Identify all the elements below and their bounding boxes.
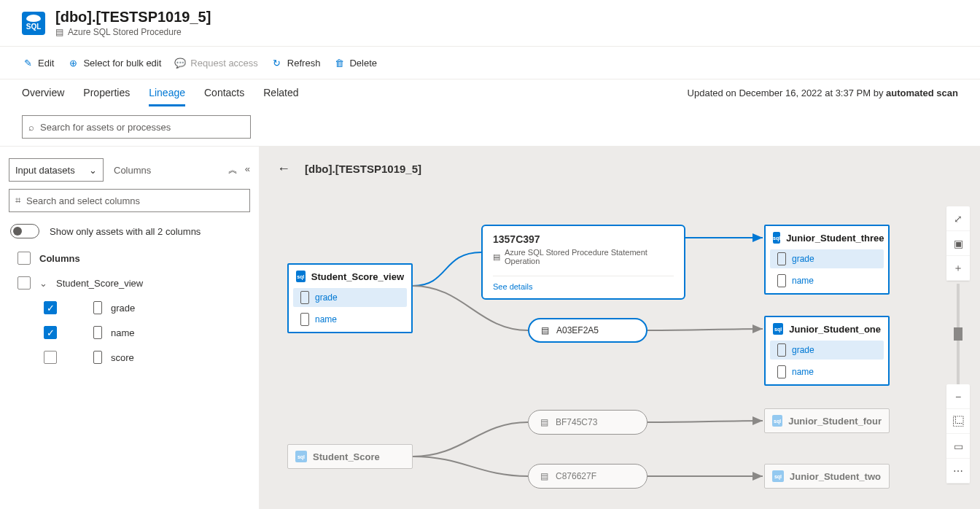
zoom-slider[interactable] (957, 284, 960, 393)
view-controls: ⤢ ▣ ＋ (946, 206, 970, 281)
stored-proc-icon: ▤ (55, 27, 63, 37)
tree-col-score[interactable]: score (111, 352, 134, 363)
checkbox-columns[interactable] (18, 252, 31, 265)
column-icon (777, 274, 786, 287)
node-bf745c73[interactable]: ▤ BF745C73 (528, 410, 648, 435)
tree-col-grade[interactable]: grade (111, 303, 135, 314)
attr-grade[interactable]: grade (770, 341, 884, 360)
column-icon (300, 313, 309, 326)
column-icon (93, 351, 102, 364)
attr-name[interactable]: name (770, 362, 884, 381)
command-toolbar: ✎ Edit ⊕ Select for bulk edit 💬 Request … (0, 47, 980, 79)
sidebar: Input datasets ⌄ Columns ︽ « ⌗ Search an… (0, 147, 260, 509)
trash-icon: 🗑 (333, 57, 345, 69)
op-title: 1357C397 (493, 233, 674, 245)
more-icon[interactable]: ⋯ (946, 459, 970, 483)
sql-icon: SQL (22, 12, 45, 35)
page-header: SQL [dbo].[TESTSP1019_5] ▤ Azure SQL Sto… (0, 0, 980, 46)
lineage-canvas[interactable]: ← [dbo].[TESTSP1019_5] (260, 147, 980, 509)
delete-button[interactable]: 🗑 Delete (333, 57, 377, 69)
node-c876627f[interactable]: ▤ C876627F (528, 464, 648, 489)
collapse-icon[interactable]: ︽ (228, 163, 238, 176)
attr-grade[interactable]: grade (293, 288, 407, 307)
tab-properties[interactable]: Properties (83, 79, 130, 106)
edit-button[interactable]: ✎ Edit (22, 57, 54, 69)
node-student-score[interactable]: sql Student_Score (287, 444, 413, 469)
collapse-panel-icon[interactable]: « (245, 163, 250, 176)
view-controls-lower: − ⿺ ▭ ⋯ (946, 384, 970, 483)
tab-bar: Overview Properties Lineage Contacts Rel… (0, 79, 980, 106)
minimap-icon[interactable]: ▭ (946, 434, 970, 459)
attr-name[interactable]: name (770, 271, 884, 290)
canvas-title: [dbo].[TESTSP1019_5] (305, 163, 421, 175)
sql-mini-icon: sql (772, 470, 784, 482)
tab-contacts[interactable]: Contacts (204, 79, 244, 106)
column-filter-input[interactable]: ⌗ Search and select columns (9, 189, 250, 212)
filter-icon: ⌗ (15, 195, 20, 206)
node-junior-three[interactable]: sql Junior_Student_three grade name (764, 225, 890, 295)
fit-icon[interactable]: ▣ (946, 231, 970, 256)
search-icon: ⌕ (28, 122, 34, 133)
column-icon (777, 365, 786, 378)
plus-circle-icon: ⊕ (67, 57, 79, 69)
tree-dataset[interactable]: Student_Score_view (56, 278, 143, 289)
page-subtitle: ▤ Azure SQL Stored Procedure (55, 27, 211, 37)
back-arrow-icon[interactable]: ← (277, 161, 290, 176)
refresh-icon: ↻ (271, 57, 283, 69)
tab-related[interactable]: Related (263, 79, 298, 106)
see-details-link[interactable]: See details (493, 276, 674, 291)
sql-mini-icon: sql (773, 323, 783, 335)
request-access-button: 💬 Request access (174, 57, 258, 69)
updated-label: Updated on December 16, 2022 at 3:37 PM … (688, 88, 958, 98)
op-subtitle: ▤ Azure SQL Stored Procedure Statement O… (493, 248, 674, 265)
node-a03ef2a5[interactable]: ▤ A03EF2A5 (528, 318, 648, 343)
checkbox-score[interactable] (44, 351, 57, 364)
node-operation[interactable]: 1357C397 ▤ Azure SQL Stored Procedure St… (481, 225, 685, 300)
attr-grade[interactable]: grade (770, 249, 884, 268)
column-icon (777, 343, 786, 357)
input-datasets-dropdown[interactable]: Input datasets ⌄ (9, 158, 104, 182)
toggle-label: Show only assets with all 2 columns (50, 226, 201, 237)
chevron-down-icon[interactable]: ⌄ (39, 278, 47, 289)
zoom-slider-thumb[interactable] (954, 327, 962, 341)
node-student-score-view[interactable]: sql Student_Score_view grade name (287, 263, 413, 333)
zoom-in-icon[interactable]: ＋ (946, 256, 970, 281)
checkbox-grade[interactable]: ✓ (44, 301, 57, 314)
page-title: [dbo].[TESTSP1019_5] (55, 9, 211, 26)
stored-proc-icon: ▤ (541, 325, 549, 335)
tree-header: Columns (39, 253, 80, 264)
attr-name[interactable]: name (293, 310, 407, 329)
node-junior-one[interactable]: sql Junior_Student_one grade name (764, 316, 890, 386)
sql-mini-icon: sql (296, 271, 306, 282)
node-junior-four[interactable]: sql Junior_Student_four (764, 408, 890, 433)
checkbox-name[interactable]: ✓ (44, 326, 57, 339)
fullscreen-icon[interactable]: ⤢ (946, 206, 970, 231)
column-tree: Columns ⌄ Student_Score_view ✓ grade ✓ n… (9, 246, 250, 370)
column-icon (300, 291, 309, 304)
tab-overview[interactable]: Overview (22, 79, 64, 106)
checkbox-dataset[interactable] (18, 276, 31, 290)
chat-icon: 💬 (174, 57, 186, 69)
column-icon (93, 326, 102, 339)
pencil-icon: ✎ (22, 57, 34, 69)
node-junior-two[interactable]: sql Junior_Student_two (764, 464, 890, 489)
zoom-out-icon[interactable]: − (946, 384, 970, 409)
layout-icon[interactable]: ⿺ (946, 409, 970, 434)
stored-proc-icon: ▤ (540, 471, 548, 481)
chevron-down-icon: ⌄ (89, 165, 97, 176)
tree-col-name[interactable]: name (111, 327, 135, 338)
stored-proc-icon: ▤ (493, 252, 500, 262)
column-icon (93, 301, 102, 314)
bulk-edit-button[interactable]: ⊕ Select for bulk edit (67, 57, 161, 69)
sql-mini-icon: sql (772, 415, 782, 427)
refresh-button[interactable]: ↻ Refresh (271, 57, 321, 69)
asset-search-input[interactable]: ⌕ Search for assets or processes (22, 115, 251, 139)
show-only-toggle[interactable] (10, 224, 39, 238)
stored-proc-icon: ▤ (540, 417, 548, 427)
sql-mini-icon: sql (295, 451, 307, 462)
sql-mini-icon: sql (773, 232, 780, 244)
column-icon (777, 252, 786, 265)
tab-lineage[interactable]: Lineage (149, 79, 185, 106)
